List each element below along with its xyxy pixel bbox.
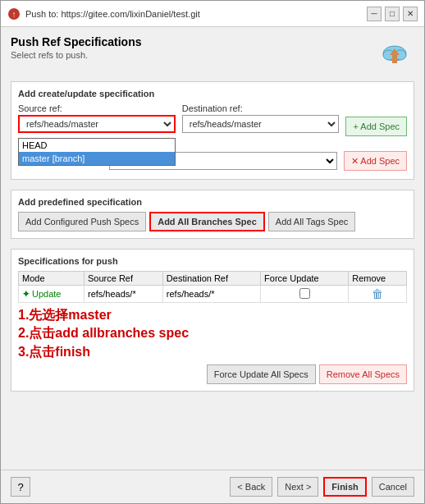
specs-header-row: Mode Source Ref Destination Ref Force Up… (19, 272, 407, 286)
footer-nav-buttons: < Back Next > Finish Cancel (230, 477, 414, 497)
svg-rect-5 (392, 55, 397, 63)
close-button[interactable]: ✕ (403, 7, 418, 21)
specs-table-body: ✦ Update refs/heads/* refs/heads/* 🗑 (19, 286, 407, 303)
dropdown-item-master[interactable]: master [branch] (19, 152, 175, 165)
plus-icon: ✦ (22, 289, 30, 300)
annotation-line1: 1.先选择master (18, 306, 407, 324)
add-all-tags-spec-button[interactable]: Add All Tags Spec (268, 212, 355, 231)
specs-for-push-section: Specifications for push Mode Source Ref … (11, 249, 414, 392)
next-button[interactable]: Next > (277, 477, 318, 497)
app-icon: ↑ (7, 7, 21, 21)
maximize-button[interactable]: □ (385, 7, 400, 21)
window-title: Push to: https://gitee.com/lixinDaniel/t… (25, 9, 200, 19)
specs-for-push-title: Specifications for push (18, 256, 407, 266)
page-title: Push Ref Specifications (11, 35, 141, 48)
row-dest-ref: refs/heads/* (162, 286, 260, 303)
row-source-ref: refs/heads/* (84, 286, 162, 303)
title-bar: ↑ Push to: https://gitee.com/lixinDaniel… (1, 1, 424, 27)
source-ref-select[interactable]: refs/heads/master (18, 115, 176, 133)
predefined-section: Add predefined specification Add Configu… (11, 190, 414, 239)
page-subtitle: Select refs to push. (11, 50, 141, 60)
cancel-button[interactable]: Cancel (372, 477, 414, 497)
specs-table: Mode Source Ref Destination Ref Force Up… (18, 271, 407, 303)
page-header: Push Ref Specifications Select refs to p… (11, 35, 414, 75)
finish-button[interactable]: Finish (323, 477, 366, 497)
predefined-buttons-row: Add Configured Push Specs Add All Branch… (18, 212, 407, 231)
svg-text:↑: ↑ (12, 10, 16, 19)
annotation-line3: 3.点击finish (18, 343, 407, 361)
add-all-branches-spec-button[interactable]: Add All Branches Spec (149, 212, 265, 231)
add-spec-delete-button[interactable]: ✕ Add Spec (344, 151, 407, 171)
add-spec-button[interactable]: + Add Spec (345, 117, 407, 136)
main-window: ↑ Push to: https://gitee.com/lixinDaniel… (0, 0, 425, 504)
back-button[interactable]: < Back (230, 477, 272, 497)
source-ref-label: Source ref: (18, 103, 176, 113)
source-ref-dropdown: HEAD master [branch] (18, 138, 176, 166)
annotation-overlay: 1.先选择master 2.点击add allbranches spec 3.点… (18, 306, 407, 361)
header-icon-area (375, 35, 414, 75)
dest-ref-label: Destination ref: (182, 103, 340, 113)
create-update-section: Add create/update specification Source r… (11, 81, 414, 180)
remove-all-specs-button[interactable]: Remove All Specs (319, 364, 407, 384)
page-header-text: Push Ref Specifications Select refs to p… (11, 35, 141, 60)
specs-table-header: Mode Source Ref Destination Ref Force Up… (19, 272, 407, 286)
create-update-title: Add create/update specification (18, 89, 407, 99)
row-mode-cell: ✦ Update (19, 286, 85, 303)
col-force-update: Force Update (261, 272, 349, 286)
window-controls: ─ □ ✕ (367, 7, 418, 21)
minimize-button[interactable]: ─ (367, 7, 382, 21)
help-button[interactable]: ? (11, 477, 30, 497)
table-actions: Force Update All Specs Remove All Specs (18, 364, 407, 384)
table-row: ✦ Update refs/heads/* refs/heads/* 🗑 (19, 286, 407, 303)
annotation-line2: 2.点击add allbranches spec (18, 324, 407, 342)
mode-cell-content: ✦ Update (22, 289, 80, 300)
add-configured-push-specs-button[interactable]: Add Configured Push Specs (18, 212, 146, 231)
col-dest-ref: Destination Ref (162, 272, 260, 286)
force-update-checkbox[interactable] (299, 288, 310, 299)
predefined-title: Add predefined specification (18, 197, 407, 207)
row-force-update (261, 286, 349, 303)
source-ref-group: Source ref: refs/heads/master HEAD maste… (18, 103, 176, 133)
title-bar-left: ↑ Push to: https://gitee.com/lixinDaniel… (7, 7, 200, 21)
col-remove: Remove (349, 272, 407, 286)
mode-value: Update (32, 289, 61, 299)
row-remove: 🗑 (349, 286, 407, 303)
footer: ? < Back Next > Finish Cancel (1, 470, 424, 503)
page-content: Push Ref Specifications Select refs to p… (1, 27, 424, 470)
col-source-ref: Source Ref (84, 272, 162, 286)
force-update-all-specs-button[interactable]: Force Update All Specs (207, 364, 316, 384)
dropdown-item-head[interactable]: HEAD (19, 139, 175, 152)
cloud-upload-icon (378, 39, 411, 71)
ref-form-row: Source ref: refs/heads/master HEAD maste… (18, 103, 407, 136)
add-spec-btn-group: + Add Spec (345, 103, 407, 136)
dest-ref-select[interactable]: refs/heads/master (182, 115, 340, 133)
trash-icon[interactable]: 🗑 (372, 287, 383, 300)
col-mode: Mode (19, 272, 85, 286)
dest-ref-group: Destination ref: refs/heads/master (182, 103, 340, 133)
